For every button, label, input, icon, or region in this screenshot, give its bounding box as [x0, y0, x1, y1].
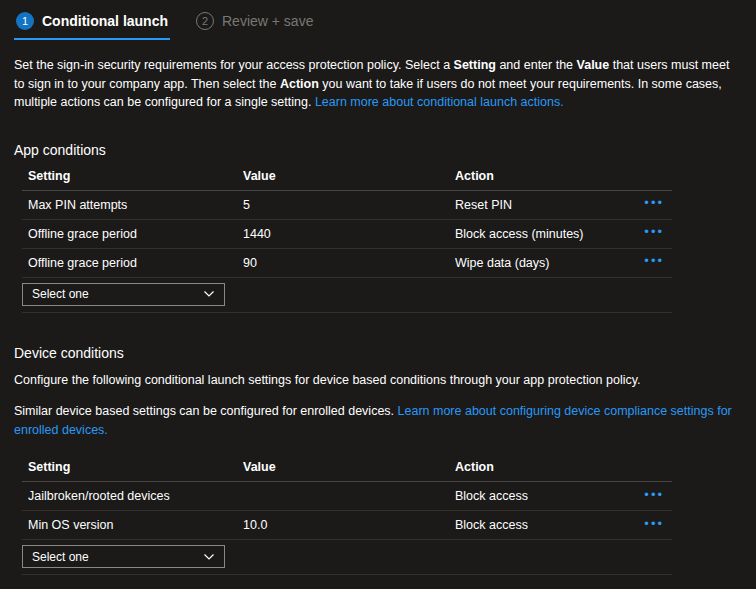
action-cell: Wipe data (days) [455, 256, 628, 270]
column-header-value: Value [243, 460, 455, 474]
tab-review-save[interactable]: 2 Review + save [194, 10, 315, 38]
action-cell: Block access (minutes) [455, 227, 628, 241]
intro-bold-value: Value [577, 58, 610, 72]
app-conditions-table: Setting Value Action Max PIN attempts 5 … [22, 162, 672, 313]
device-conditions-description: Configure the following conditional laun… [14, 371, 740, 390]
intro-text: and enter the [496, 58, 577, 72]
device-conditions-heading: Device conditions [14, 345, 742, 361]
setting-select-dropdown[interactable]: Select one [22, 283, 225, 306]
add-setting-row: Select one [22, 278, 672, 313]
setting-cell: Jailbroken/rooted devices [28, 489, 243, 503]
value-cell: 5 [243, 198, 455, 212]
more-options-icon[interactable]: ••• [640, 250, 672, 275]
tab-conditional-launch[interactable]: 1 Conditional launch [14, 10, 170, 40]
column-header-setting: Setting [28, 169, 243, 183]
table-row: Jailbroken/rooted devices Block access •… [22, 482, 672, 511]
action-cell: Block access [455, 489, 628, 503]
app-conditions-heading: App conditions [14, 142, 742, 158]
more-options-icon[interactable]: ••• [640, 192, 672, 217]
more-options-icon[interactable]: ••• [640, 513, 672, 538]
setting-cell: Min OS version [28, 518, 243, 532]
column-header-value: Value [243, 169, 455, 183]
setting-cell: Offline grace period [28, 227, 243, 241]
chevron-down-icon [203, 288, 215, 300]
more-options-icon[interactable]: ••• [640, 484, 672, 509]
value-cell: 1440 [243, 227, 455, 241]
column-header-action: Action [455, 169, 628, 183]
intro-paragraph: Set the sign-in security requirements fo… [14, 56, 740, 112]
intro-bold-action: Action [280, 77, 319, 91]
device-conditions-note: Similar device based settings can be con… [14, 402, 740, 439]
value-cell: 90 [243, 256, 455, 270]
tab-label: Conditional launch [42, 13, 168, 29]
device-conditions-table: Setting Value Action Jailbroken/rooted d… [22, 453, 672, 575]
table-row: Max PIN attempts 5 Reset PIN ••• [22, 191, 672, 220]
setting-cell: Max PIN attempts [28, 198, 243, 212]
more-options-icon[interactable]: ••• [640, 221, 672, 246]
table-row: Offline grace period 1440 Block access (… [22, 220, 672, 249]
add-setting-row: Select one [22, 540, 672, 575]
column-header-action: Action [455, 460, 628, 474]
column-header-setting: Setting [28, 460, 243, 474]
table-header-row: Setting Value Action [22, 453, 672, 482]
setting-cell: Offline grace period [28, 256, 243, 270]
intro-bold-setting: Setting [454, 58, 496, 72]
table-row: Min OS version 10.0 Block access ••• [22, 511, 672, 540]
dropdown-placeholder: Select one [32, 287, 89, 301]
chevron-down-icon [203, 551, 215, 563]
table-row: Offline grace period 90 Wipe data (days)… [22, 249, 672, 278]
dropdown-placeholder: Select one [32, 550, 89, 564]
action-cell: Reset PIN [455, 198, 628, 212]
setting-select-dropdown[interactable]: Select one [22, 545, 225, 568]
step-number-badge: 1 [16, 12, 34, 30]
note-text: Similar device based settings can be con… [14, 404, 398, 418]
table-header-row: Setting Value Action [22, 162, 672, 191]
learn-more-conditional-launch-link[interactable]: Learn more about conditional launch acti… [315, 95, 564, 109]
wizard-steps: 1 Conditional launch 2 Review + save [14, 10, 742, 40]
action-cell: Block access [455, 518, 628, 532]
tab-label: Review + save [222, 13, 313, 29]
step-number-badge: 2 [196, 12, 214, 30]
intro-text: Set the sign-in security requirements fo… [14, 58, 454, 72]
value-cell: 10.0 [243, 518, 455, 532]
